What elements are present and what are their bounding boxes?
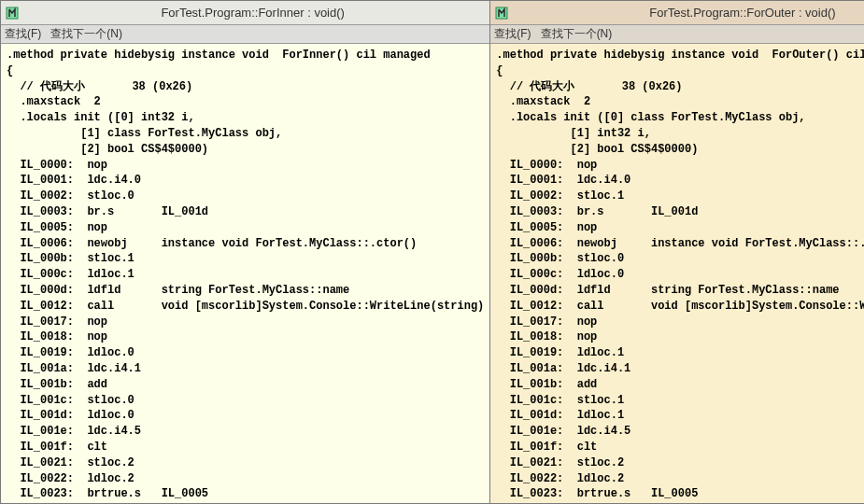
right-title-text: ForTest.Program::ForOuter : void() xyxy=(509,6,864,20)
method-icon xyxy=(494,6,509,21)
left-titlebar: ForTest.Program::ForInner : void() xyxy=(1,1,489,25)
left-code-content[interactable]: .method private hidebysig instance void … xyxy=(1,44,489,503)
menu-find-next[interactable]: 查找下一个(N) xyxy=(541,26,613,42)
right-titlebar: ForTest.Program::ForOuter : void() xyxy=(490,1,864,25)
menu-find[interactable]: 查找(F) xyxy=(5,26,41,42)
left-menubar: 查找(F) 查找下一个(N) xyxy=(1,25,489,44)
left-title-text: ForTest.Program::ForInner : void() xyxy=(20,6,486,20)
method-icon xyxy=(5,6,20,21)
right-code-content[interactable]: .method private hidebysig instance void … xyxy=(490,44,864,503)
menu-find-next[interactable]: 查找下一个(N) xyxy=(50,26,122,42)
right-menubar: 查找(F) 查找下一个(N) xyxy=(490,25,864,44)
right-pane: ForTest.Program::ForOuter : void() 查找(F)… xyxy=(489,0,864,504)
left-pane: ForTest.Program::ForInner : void() 查找(F)… xyxy=(0,0,489,504)
menu-find[interactable]: 查找(F) xyxy=(494,26,531,42)
